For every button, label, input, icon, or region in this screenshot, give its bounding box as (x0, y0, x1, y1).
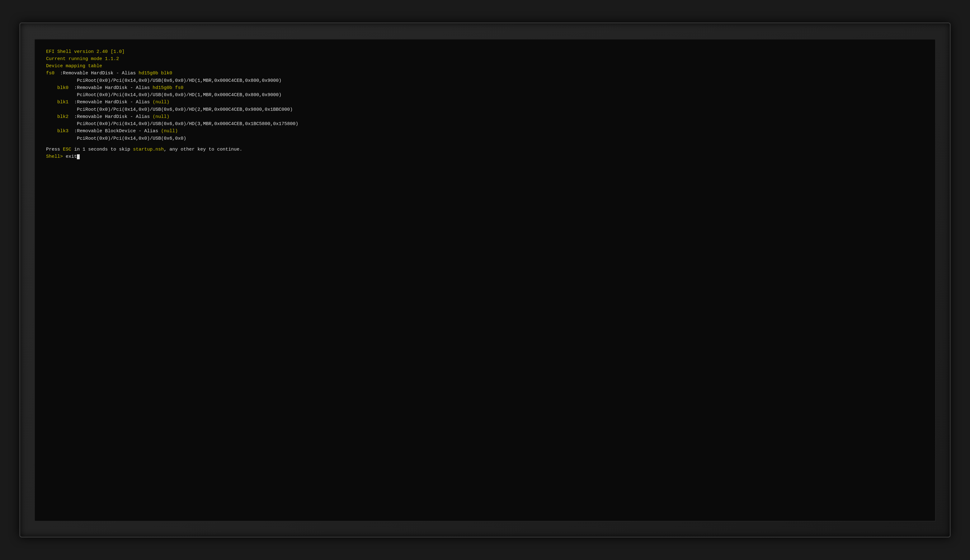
line-blk2: blk2 :Removable HardDisk - Alias (null) (46, 113, 924, 120)
blk1-alias: (null) (152, 100, 169, 105)
blk1-label: blk1 (57, 100, 68, 105)
monitor: EFI Shell version 2.40 [1.0] Current run… (19, 22, 950, 538)
line-blk1-path: PciRoot(0x0)/Pci(0x14,0x0)/USB(0x6,0x0)/… (46, 106, 924, 113)
spacer-1 (46, 142, 924, 146)
fs0-label: fs0 (46, 71, 55, 76)
blk3-alias: (null) (161, 128, 178, 134)
screen: EFI Shell version 2.40 [1.0] Current run… (34, 39, 936, 522)
cursor (77, 154, 80, 160)
esc-key: ESC (63, 147, 71, 152)
blk3-label: blk3 (57, 128, 68, 134)
line-blk3: blk3 :Removable BlockDevice - Alias (nul… (46, 128, 924, 135)
line-blk3-path: PciRoot(0x0)/Pci(0x14,0x0)/USB(0x6,0x0) (46, 135, 924, 142)
line-blk0-path: PciRoot(0x0)/Pci(0x14,0x0)/USB(0x6,0x0)/… (46, 92, 924, 98)
terminal-output: EFI Shell version 2.40 [1.0] Current run… (46, 48, 924, 160)
line-efi-version: EFI Shell version 2.40 [1.0] (46, 48, 924, 55)
blk2-label: blk2 (57, 114, 68, 120)
blk0-label: blk0 (57, 85, 68, 90)
fs0-alias: hd15g0b blk0 (139, 71, 172, 76)
line-blk0: blk0 :Removable HardDisk - Alias hd15g0b… (46, 84, 924, 92)
blk2-alias: (null) (152, 114, 169, 120)
blk0-alias: hd15g0b fs0 (152, 85, 184, 90)
shell-command: exit (66, 154, 77, 159)
shell-prompt: Shell> (46, 154, 66, 159)
line-shell-prompt: Shell> exit (46, 153, 924, 160)
line-press-esc: Press ESC in 1 seconds to skip startup.n… (46, 146, 924, 153)
line-fs0: fs0 :Removable HardDisk - Alias hd15g0b … (46, 70, 924, 77)
line-device-mapping: Device mapping table (46, 63, 924, 70)
line-blk2-path: PciRoot(0x0)/Pci(0x14,0x0)/USB(0x6,0x0)/… (46, 120, 924, 128)
line-fs0-path: PciRoot(0x0)/Pci(0x14,0x0)/USB(0x6,0x0)/… (46, 77, 924, 84)
startup-nsh: startup.nsh (133, 147, 164, 152)
line-running-mode: Current running mode 1.1.2 (46, 55, 924, 63)
line-blk1: blk1 :Removable HardDisk - Alias (null) (46, 98, 924, 106)
